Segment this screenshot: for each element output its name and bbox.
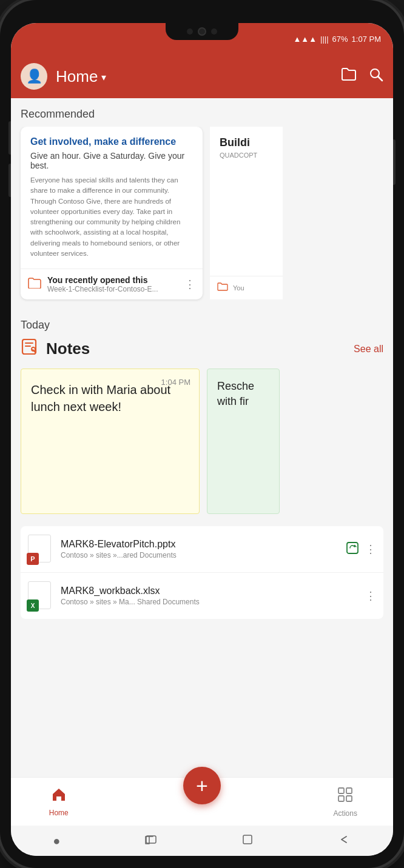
rec-card-footer: You recently opened this Week-1-Checklis…	[21, 269, 203, 299]
top-bar-icons	[341, 67, 383, 85]
notes-row: 1:04 PM Check in with Maria about lunch …	[21, 369, 383, 514]
partial-card-title: Buildi	[220, 136, 273, 149]
file-actions-1: ⋮	[346, 541, 376, 558]
svg-rect-4	[347, 542, 358, 553]
home-nav-label: Home	[49, 809, 69, 817]
rec-card-subtitle: Give an hour. Give a Saturday. Give your…	[30, 151, 193, 170]
file-more-icon-2[interactable]: ⋮	[365, 589, 376, 603]
note-card-2[interactable]: Resche with fir	[207, 369, 280, 514]
file-item-xlsx[interactable]: X MARK8_workback.xlsx Contoso » sites » …	[21, 573, 383, 619]
svg-rect-8	[346, 796, 352, 801]
svg-rect-7	[338, 796, 344, 801]
note-card-1[interactable]: 1:04 PM Check in with Maria about lunch …	[21, 369, 200, 514]
user-icon: 👤	[26, 68, 42, 84]
sensor2	[211, 28, 217, 35]
rec-card-body: Everyone has special skills and talents …	[30, 175, 193, 259]
svg-rect-6	[346, 788, 352, 793]
top-bar: 👤 Home ▾	[11, 55, 393, 98]
xlsx-icon: X	[28, 581, 53, 610]
section-recommended: Recommended Get involved, make a differe…	[11, 98, 393, 309]
partial-footer-label: You	[233, 284, 244, 292]
svg-rect-5	[338, 788, 344, 793]
home-title-text: Home	[56, 67, 98, 86]
svg-rect-9	[146, 836, 156, 843]
sensor	[187, 28, 193, 35]
nav-dot-button[interactable]: ●	[53, 834, 60, 848]
more-options-icon[interactable]: ⋮	[184, 278, 195, 291]
actions-nav-label: Actions	[334, 809, 357, 818]
home-nav-icon	[51, 787, 67, 806]
rec-card-file: You recently opened this Week-1-Checklis…	[47, 275, 178, 293]
search-icon[interactable]	[369, 67, 383, 85]
file-more-icon-1[interactable]: ⋮	[365, 542, 376, 556]
today-label: Today	[11, 309, 393, 338]
note-text-2: Resche with fir	[217, 379, 269, 409]
nav-recent-button[interactable]	[144, 834, 158, 848]
file-name-2: MARK8_workback.xlsx	[61, 586, 358, 596]
phone-frame: ▲▲▲ |||| 67% 1:07 PM 👤 Home ▾	[0, 0, 404, 868]
front-camera	[198, 27, 206, 36]
today-section: Notes See all 1:04 PM Check in with Mari…	[11, 338, 393, 619]
nav-item-actions[interactable]: Actions	[298, 786, 394, 818]
notes-icon	[21, 338, 39, 360]
phone-notch	[166, 23, 238, 40]
file-list: P MARK8-ElevatorPitch.pptx Contoso » sit…	[21, 526, 383, 619]
wifi-icon: ▲▲▲	[293, 35, 317, 44]
notes-header: Notes See all	[21, 338, 383, 360]
rec-card-partial-top: Buildi QUADCOPT	[210, 127, 283, 276]
file-path-1: Contoso » sites »...ared Documents	[61, 551, 338, 559]
add-icon: +	[196, 775, 208, 796]
scroll-area[interactable]: Recommended Get involved, make a differe…	[11, 98, 393, 777]
system-nav: ●	[11, 826, 393, 856]
file-info-1: MARK8-ElevatorPitch.pptx Contoso » sites…	[61, 539, 338, 559]
nav-item-home[interactable]: Home	[11, 787, 107, 817]
recommended-label: Recommended	[11, 98, 393, 127]
recently-opened-label: You recently opened this	[47, 275, 178, 285]
rec-card-content: Get involved, make a difference Give an …	[21, 127, 203, 269]
note-time: 1:04 PM	[161, 378, 190, 387]
recommended-card-2[interactable]: Buildi QUADCOPT You	[210, 127, 283, 299]
recommended-cards: Get involved, make a difference Give an …	[11, 127, 393, 309]
folder-icon-partial	[217, 282, 228, 293]
file-name-1: MARK8-ElevatorPitch.pptx	[61, 539, 338, 550]
actions-nav-icon	[337, 786, 354, 807]
see-all-button[interactable]: See all	[354, 344, 383, 355]
time-display: 1:07 PM	[352, 35, 381, 44]
pptx-icon: P	[28, 535, 53, 564]
nav-home-button[interactable]	[241, 833, 254, 849]
status-right: ▲▲▲ |||| 67% 1:07 PM	[293, 35, 381, 44]
phone-screen: ▲▲▲ |||| 67% 1:07 PM 👤 Home ▾	[11, 23, 393, 856]
svg-rect-10	[243, 835, 252, 844]
notes-title: Notes	[46, 339, 354, 358]
file-path-2: Contoso » sites » Ma... Shared Documents	[61, 598, 358, 606]
fab-button[interactable]: +	[183, 767, 221, 804]
rec-card-partial-footer: You	[210, 276, 283, 299]
avatar[interactable]: 👤	[21, 63, 47, 90]
bottom-nav: Home + Actions	[11, 777, 393, 826]
nav-back-button[interactable]	[338, 834, 351, 848]
file-item-pptx[interactable]: P MARK8-ElevatorPitch.pptx Contoso » sit…	[21, 526, 383, 573]
recommended-card-1[interactable]: Get involved, make a difference Give an …	[21, 127, 203, 299]
file-name-short: Week-1-Checklist-for-Contoso-E...	[47, 285, 178, 293]
file-actions-2: ⋮	[365, 589, 376, 603]
signal-icon: ||||	[320, 35, 329, 44]
file-info-2: MARK8_workback.xlsx Contoso » sites » Ma…	[61, 586, 358, 606]
rec-card-title: Get involved, make a difference	[30, 136, 193, 147]
folder-icon-small	[28, 278, 41, 292]
home-title-button[interactable]: Home ▾	[56, 67, 341, 86]
chevron-down-icon: ▾	[101, 72, 106, 83]
battery-percent: 67%	[332, 35, 348, 44]
partial-card-sub: QUADCOPT	[220, 152, 273, 159]
folder-icon[interactable]	[341, 67, 357, 85]
svg-line-1	[378, 76, 382, 81]
sync-icon[interactable]	[346, 541, 359, 558]
